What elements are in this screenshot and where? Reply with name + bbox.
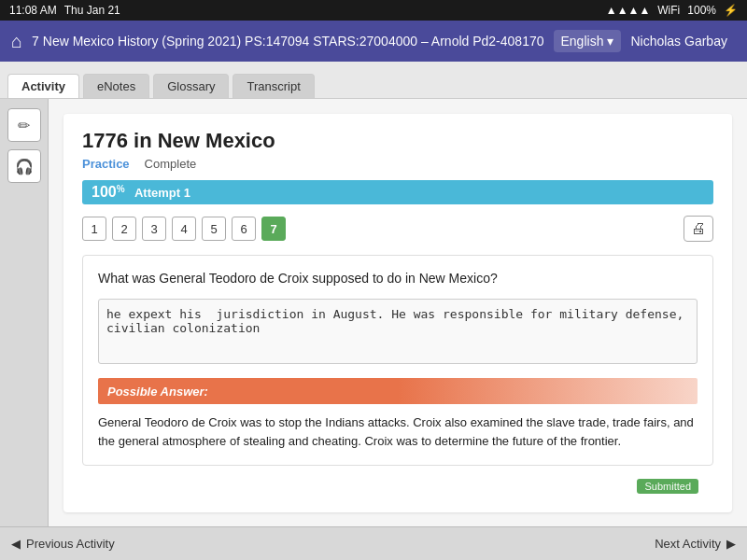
home-icon[interactable]: ⌂ [11,31,22,52]
question-num-1[interactable]: 1 [82,217,106,241]
question-num-5[interactable]: 5 [202,217,226,241]
progress-pct: 100 [92,184,117,200]
header-title: 7 New Mexico History (Spring 2021) PS:14… [32,34,543,49]
bottom-bar: ◀ Previous Activity Next Activity ▶ [0,526,747,560]
status-complete: Complete [145,157,197,171]
status-bar: 11:08 AM Thu Jan 21 ▲▲▲▲ WiFi 100% ⚡ [0,0,747,21]
progress-bar-fill: 100% Attempt 1 [82,180,713,204]
progress-label: 100% Attempt 1 [92,184,190,201]
tab-transcript[interactable]: Transcript [233,74,314,98]
tab-glossary[interactable]: Glossary [153,74,229,98]
pencil-icon: ✏ [18,117,30,134]
main-area: ✏ 🎧 1776 in New Mexico Practice Complete… [0,99,747,526]
chevron-down-icon: ▾ [607,34,613,49]
activity-panel: 1776 in New Mexico Practice Complete 100… [63,114,732,512]
submitted-area: Submitted [82,475,713,494]
question-num-3[interactable]: 3 [142,217,166,241]
headphone-icon: 🎧 [15,158,34,175]
language-selector[interactable]: English ▾ [554,30,622,52]
prev-arrow-icon: ◀ [11,537,21,551]
question-num-4[interactable]: 4 [172,217,196,241]
app-header: ⌂ 7 New Mexico History (Spring 2021) PS:… [0,21,747,62]
possible-answer-label: Possible Answer: [107,385,208,399]
left-toolbar: ✏ 🎧 [0,99,49,526]
question-area: What was General Teodoro de Croix suppos… [82,255,713,466]
next-activity-label: Next Activity [655,537,721,551]
question-num-6[interactable]: 6 [232,217,256,241]
print-icon: 🖨 [691,220,706,237]
submitted-badge: Submitted [637,479,698,494]
question-text: What was General Teodoro de Croix suppos… [98,271,698,286]
activity-title: 1776 in New Mexico [82,129,713,153]
tab-enotes[interactable]: eNotes [83,74,149,98]
pencil-tool-button[interactable]: ✏ [7,108,41,142]
signal-icon: ▲▲▲▲ [606,4,651,17]
time: 11:08 AM [9,4,57,17]
battery-pct: 100% [687,4,716,17]
tab-bar: Activity eNotes Glossary Transcript [0,62,747,99]
user-name: Nicholas Garbay [630,34,727,49]
next-activity-button[interactable]: Next Activity ▶ [655,537,736,551]
wifi-icon: WiFi [657,4,680,17]
date: Thu Jan 21 [64,4,120,17]
possible-answer-banner: Possible Answer: [98,378,698,404]
audio-tool-button[interactable]: 🎧 [7,149,41,183]
question-num-7[interactable]: 7 [261,217,286,241]
language-label: English [561,34,604,49]
attempt-label: Attempt 1 [134,186,190,200]
previous-activity-button[interactable]: ◀ Previous Activity [11,537,115,551]
question-num-2[interactable]: 2 [112,217,136,241]
progress-sup: % [117,184,125,194]
status-practice: Practice [82,157,130,171]
answer-text: General Teodoro de Croix was to stop the… [98,413,698,450]
answer-textarea[interactable] [98,299,698,364]
progress-bar-container: 100% Attempt 1 [82,180,713,204]
question-nav: 1 2 3 4 5 6 7 🖨 [82,216,713,242]
question-nums: 1 2 3 4 5 6 7 [82,217,286,241]
battery-icon: ⚡ [724,4,738,17]
print-button[interactable]: 🖨 [684,216,713,242]
content-area: 1776 in New Mexico Practice Complete 100… [49,99,747,526]
tab-activity[interactable]: Activity [7,74,79,98]
next-arrow-icon: ▶ [726,537,736,551]
previous-activity-label: Previous Activity [26,537,115,551]
status-row: Practice Complete [82,157,713,171]
